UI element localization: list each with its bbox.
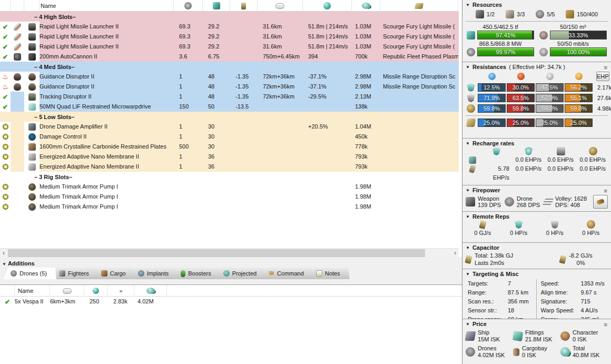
module-name: 50MN Quad LiF Restrained Microwarpdrive [40, 102, 174, 112]
cpu-value: 48 [203, 92, 230, 102]
fitting-row[interactable]: 1600mm Crystalline Carbonide Restrained … [0, 142, 459, 152]
tab-command[interactable]: ≋Command [261, 268, 313, 279]
module-state-cell[interactable] [0, 122, 11, 132]
targeting-header[interactable]: ▼Targeting & Misc [465, 270, 609, 278]
cpu-usage-label: 450.5/462.5 tf [467, 24, 534, 31]
eanm-module-icon [28, 153, 36, 161]
drones-value: 4.02M ISK [478, 352, 505, 359]
fitting-row[interactable]: ✔Rapid Light Missile Launcher II69.329.2… [0, 32, 459, 42]
stat-label: Targets: [468, 279, 508, 288]
fitting-row[interactable]: ✔Rapid Light Missile Launcher II69.329.2… [0, 22, 459, 32]
attribute-column-header[interactable] [303, 0, 352, 12]
module-state-cell[interactable] [0, 182, 11, 192]
module-icon-cell [24, 102, 40, 112]
drone-state-cell[interactable]: ✔ [0, 297, 15, 307]
tab-boosters[interactable]: Boosters [173, 268, 220, 279]
module-state-cell[interactable]: ♨ [0, 82, 11, 92]
resistances-rows: 12.5%30.0%47.5%56.2%2.17k71.9%63.5%57.9%… [465, 82, 609, 114]
fitting-row[interactable]: Energized Adaptive Nano Membrane II13679… [0, 162, 459, 172]
drone-attribute-column-header[interactable] [84, 285, 108, 297]
hardpoint-column-header[interactable] [11, 0, 24, 12]
module-state-cell[interactable] [0, 132, 11, 142]
module-state-cell[interactable] [0, 202, 11, 212]
firepower-toggle-button[interactable] [593, 195, 608, 209]
fitting-row[interactable]: ✔Tracking Disruptor II148-1.3572km+36km-… [0, 92, 459, 102]
module-state-cell[interactable]: ✔ [0, 32, 11, 42]
resources-header[interactable]: ▼Resources [465, 1, 609, 8]
module-state-cell[interactable] [0, 142, 11, 152]
module-state-cell[interactable] [0, 162, 11, 172]
scrollbar-thumb[interactable] [8, 249, 425, 257]
price-total-item: Total40.8M ISK [560, 345, 608, 359]
recharge-header[interactable]: ▼Recharge rates [465, 140, 609, 147]
price-menu-icon[interactable]: ≡ [604, 321, 607, 328]
resist-percent: 57.9% [536, 94, 563, 102]
stat-row: Drone range:60 km [468, 315, 536, 319]
module-icon-column-header[interactable] [24, 0, 40, 12]
fitting-row[interactable]: ✔Rapid Light Missile Launcher II69.329.2… [0, 42, 459, 52]
fitting-row[interactable]: ♨Guidance Disruptor II148-1.3572km+36km-… [0, 82, 459, 92]
price-column-header[interactable] [352, 0, 380, 12]
fitting-row[interactable]: Medium Trimark Armor Pump I1.98M [0, 192, 459, 202]
ehp-toggle-button[interactable]: EHP [596, 72, 609, 81]
capacitor-header[interactable]: ▼Capacitor [465, 244, 609, 251]
tab-implants[interactable]: Implants [131, 268, 179, 279]
stat-label: Cargo: [541, 315, 581, 319]
additions-title[interactable]: ▼Additions [0, 257, 462, 268]
fitting-row[interactable]: ✔50MN Quad LiF Restrained Microwarpdrive… [0, 102, 459, 112]
price-header[interactable]: ▼Price [465, 320, 609, 328]
module-state-cell[interactable] [0, 152, 11, 162]
fitting-row[interactable]: Damage Control II130450k [0, 132, 459, 142]
drone-misc-column-header[interactable]: » [108, 285, 134, 297]
cpu-column-header[interactable] [203, 0, 230, 12]
resistances-header[interactable]: ▼Resistances( Effective HP: 34.7k ) [465, 63, 609, 71]
module-state-cell[interactable]: ✔ [0, 42, 11, 52]
tab-drones[interactable]: Drones (5) [3, 268, 56, 279]
state-column-header[interactable] [0, 0, 11, 12]
drone-name: 5x Vespa II [15, 297, 50, 307]
fitting-table-header: Name [0, 0, 459, 12]
tab-cargo[interactable]: Cargo [94, 268, 135, 279]
fitting-row[interactable]: ✔200mm AutoCannon II3.66.75750m+6.45km39… [0, 52, 459, 62]
range-icon [63, 288, 72, 294]
fitting-row[interactable]: ♨Guidance Disruptor II148-1.3572km+36km-… [0, 72, 459, 82]
fitting-row[interactable]: Energized Adaptive Nano Membrane II13679… [0, 152, 459, 162]
remote-reps-header[interactable]: ▼Remote Reps [465, 213, 609, 220]
tab-notes[interactable]: Notes [309, 268, 350, 279]
scroll-left-arrow[interactable]: ‹ [0, 249, 7, 258]
resist-bar: 25.0% [536, 119, 564, 127]
firepower-menu-icon[interactable]: ≡ [604, 188, 607, 194]
horizontal-scrollbar[interactable]: ‹ › [0, 248, 459, 257]
drone-state-column-header[interactable] [0, 285, 15, 297]
tab-fighters[interactable]: Fighters [52, 268, 98, 279]
capacitor-column-header[interactable] [230, 0, 258, 12]
module-state-cell[interactable]: ♨ [0, 72, 11, 82]
fitting-row[interactable]: Drone Damage Amplifier II130+20.5%1.04M [0, 122, 459, 132]
drone-range-column-header[interactable] [50, 285, 84, 297]
fitting-row[interactable]: Medium Trimark Armor Pump I1.98M [0, 202, 459, 212]
tab-projected[interactable]: Projected [216, 268, 266, 279]
drone-name-column-header[interactable]: Name [15, 285, 50, 297]
resist-percent: 59.8% [565, 105, 592, 112]
firepower-header[interactable]: ▼Firepower [465, 186, 609, 194]
scroll-right-arrow[interactable]: › [451, 249, 459, 258]
drone-row[interactable]: ✔5x Vespa II6km+3km2502.83k4.02M [0, 297, 462, 307]
fitting-row[interactable]: Medium Trimark Armor Pump I1.98M [0, 182, 459, 192]
module-state-cell[interactable]: ✔ [0, 102, 11, 112]
capacitor-section: ▼Capacitor Total: 1.38k GJLasts 2m0s -8.… [462, 243, 611, 269]
resist-bar: 57.9% [536, 94, 564, 102]
powergrid-column-header[interactable] [174, 0, 203, 12]
module-state-cell[interactable]: ✔ [0, 92, 11, 102]
stat-value: 60 km [508, 315, 524, 319]
drone-price-column-header[interactable] [134, 285, 167, 297]
name-column-header[interactable]: Name [40, 0, 174, 12]
cpu-value: 36 [203, 162, 230, 172]
slot-section-header: – 4 High Slots– [0, 12, 459, 22]
ammo-column-header[interactable] [380, 0, 458, 12]
module-state-cell[interactable]: ✔ [0, 22, 11, 32]
range-column-header[interactable] [258, 0, 303, 12]
module-name: Damage Control II [40, 132, 174, 142]
module-state-cell[interactable] [0, 192, 11, 202]
resistances-menu-icon[interactable]: ≡ [604, 64, 607, 71]
module-state-cell[interactable]: ✔ [0, 52, 11, 62]
